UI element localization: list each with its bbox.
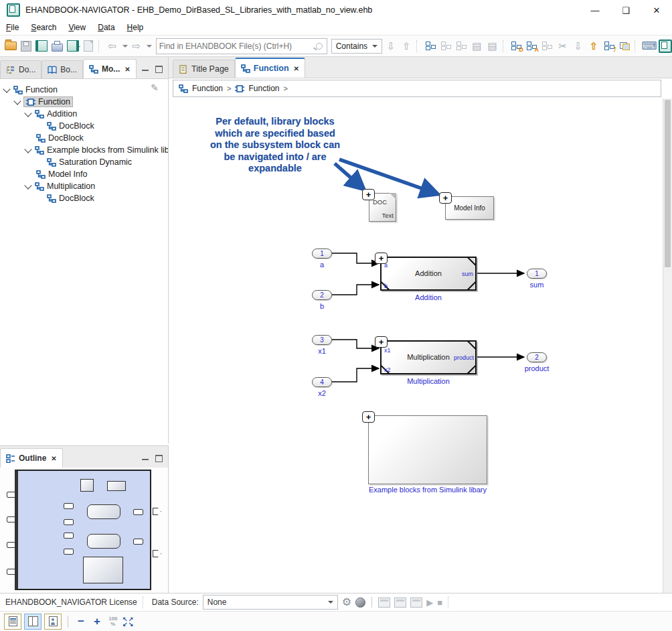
cut-view-button[interactable]: ✂	[556, 39, 570, 54]
keyboard-shortcuts-button[interactable]: ⌨	[642, 39, 657, 54]
zoom-out-button[interactable]: −	[74, 615, 88, 628]
tree-item[interactable]: Addition	[25, 108, 77, 120]
expand-badge[interactable]: +	[375, 253, 388, 264]
chevron-down-icon[interactable]	[24, 145, 31, 153]
close-icon[interactable]: ✕	[294, 65, 299, 72]
hide-elements-button[interactable]	[541, 39, 554, 54]
search-input[interactable]	[157, 40, 315, 52]
tab-documents[interactable]: Do...	[0, 60, 41, 78]
tree-item[interactable]: Saturation Dynamic	[47, 156, 132, 168]
go-up-model-button[interactable]: ⤴	[602, 39, 616, 54]
maximize-button[interactable]: ❑	[610, 0, 641, 20]
clear-list-button[interactable]: ▤	[486, 39, 499, 54]
tree-item[interactable]: Example blocks from Simulink lib	[25, 144, 168, 156]
stop-icon[interactable]: ■	[437, 598, 442, 607]
window-layout-button[interactable]	[618, 39, 631, 54]
multiplication-subsystem-block[interactable]: Multiplication x1 x2 product	[380, 340, 477, 374]
chevron-down-icon[interactable]	[24, 109, 31, 117]
menu-view[interactable]: View	[62, 21, 92, 33]
outport-product[interactable]: 2	[527, 352, 547, 362]
inport-2[interactable]: 2	[312, 290, 332, 300]
scrollbar-thumb[interactable]	[665, 100, 671, 267]
export-ehb-button[interactable]	[66, 39, 80, 54]
zoom-level[interactable]: 100 %	[106, 616, 120, 627]
menu-file[interactable]: File	[0, 21, 25, 33]
single-page-view-button[interactable]	[4, 614, 21, 630]
example-blocks-block[interactable]	[368, 415, 487, 484]
expand-badge[interactable]: +	[362, 411, 375, 423]
navigate-back-button[interactable]: ⇦	[105, 39, 118, 54]
menu-help[interactable]: Help	[121, 21, 150, 33]
menu-search[interactable]: Search	[25, 21, 62, 33]
model-canvas[interactable]: Per default, library blocks which are sp…	[169, 98, 663, 593]
panel-maximize-button[interactable]	[155, 455, 163, 462]
promote-button[interactable]: ⇧	[587, 39, 600, 54]
chevron-down-icon[interactable]	[3, 85, 10, 92]
search-previous-button[interactable]: ⇧	[400, 39, 413, 54]
tab-function[interactable]: Function ✕	[235, 58, 305, 78]
reload-model-button[interactable]	[454, 39, 468, 54]
tree-item[interactable]: DocBlock	[47, 192, 94, 204]
collapse-model-button[interactable]	[439, 39, 452, 54]
breadcrumb-item-subsystem[interactable]: Function	[248, 84, 279, 93]
tree-item[interactable]: Function	[4, 84, 58, 96]
close-icon[interactable]: ✕	[51, 455, 56, 462]
panel-minimize-button[interactable]	[142, 66, 149, 71]
contains-dropdown[interactable]: Contains	[331, 39, 382, 54]
tab-model[interactable]: Mo... ✕	[83, 59, 137, 78]
back-history-dropdown[interactable]	[122, 45, 128, 48]
import-button[interactable]: ⇩	[572, 39, 585, 54]
tree-item[interactable]: DocBlock	[36, 132, 84, 144]
addition-subsystem-block[interactable]: Addition a b sum	[380, 257, 477, 291]
play-icon[interactable]: ▶	[426, 598, 433, 607]
inport-1[interactable]: 1	[312, 249, 332, 259]
reader-view-button[interactable]	[44, 614, 62, 630]
panel-maximize-button[interactable]	[155, 66, 163, 73]
measurement-config-icon[interactable]	[410, 598, 422, 608]
show-list-button[interactable]: ▤	[470, 39, 483, 54]
expand-model-button[interactable]	[424, 39, 437, 54]
tree-item-selected[interactable]: Function	[15, 96, 72, 108]
expand-badge[interactable]: +	[439, 192, 452, 204]
outline-minimap[interactable]	[0, 468, 168, 593]
minimap-viewport[interactable]	[15, 470, 151, 590]
edit-pencil-icon[interactable]: ✎	[151, 82, 159, 93]
open-file-button[interactable]	[4, 39, 17, 54]
panel-minimize-button[interactable]	[142, 455, 149, 460]
gear-icon[interactable]: ⚙	[342, 597, 351, 608]
model-info-block[interactable]: Model Info	[445, 196, 494, 220]
ehb-window-button[interactable]	[659, 39, 672, 54]
expand-badge[interactable]: +	[375, 336, 388, 348]
show-annotations-button[interactable]: A	[525, 39, 538, 54]
minimize-button[interactable]: —	[580, 0, 610, 20]
close-button[interactable]: ✕	[641, 0, 672, 20]
breadcrumb-item-function[interactable]: Function	[192, 84, 223, 93]
fit-to-screen-button[interactable]: ↖↗ ↙↘	[122, 616, 135, 627]
expand-badge[interactable]: +	[362, 189, 375, 200]
inport-3[interactable]: 3	[312, 335, 332, 345]
navigate-forward-button[interactable]: ⇨	[130, 39, 143, 54]
show-data-button[interactable]: D	[509, 39, 523, 54]
tab-outline[interactable]: Outline ✕	[0, 448, 63, 468]
chevron-down-icon[interactable]	[24, 182, 31, 189]
close-icon[interactable]: ✕	[124, 66, 130, 73]
split-view-button[interactable]	[24, 614, 41, 630]
canvas-vertical-scrollbar[interactable]	[663, 98, 672, 593]
export-pdf-button[interactable]	[82, 39, 95, 54]
zoom-in-button[interactable]: +	[90, 615, 104, 628]
tree-item[interactable]: Model Info	[36, 168, 87, 180]
tree-item[interactable]: DocBlock	[47, 120, 94, 132]
data-source-dropdown[interactable]: None	[203, 595, 338, 610]
tab-title-page[interactable]: Title Page	[173, 60, 235, 78]
data-sphere-icon[interactable]	[355, 598, 365, 608]
forward-history-dropdown[interactable]	[147, 45, 152, 48]
save-button[interactable]	[19, 39, 33, 54]
chevron-down-icon[interactable]	[13, 97, 21, 104]
tab-books[interactable]: Bo...	[41, 60, 83, 78]
measurement-remove-icon[interactable]	[394, 598, 406, 608]
search-next-button[interactable]: ⇩	[384, 39, 398, 54]
inport-4[interactable]: 4	[312, 377, 332, 387]
open-library-button[interactable]	[35, 39, 48, 54]
menu-data[interactable]: Data	[92, 21, 120, 33]
measurement-icon[interactable]	[378, 598, 390, 608]
